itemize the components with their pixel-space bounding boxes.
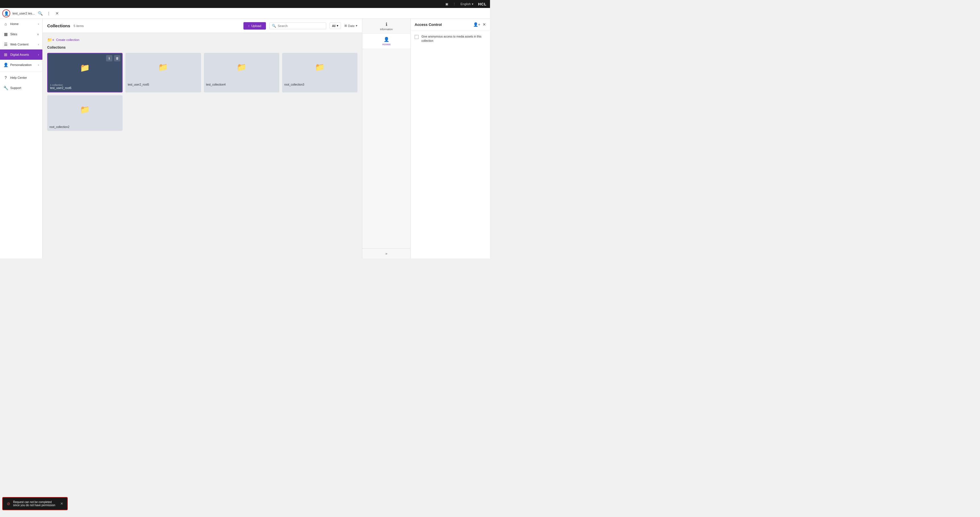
folder-icon: 📁: [80, 105, 90, 115]
items-count: 5 items: [74, 24, 84, 28]
sites-icon: ▦: [3, 32, 8, 37]
right-panel-tabs: ℹ Information 👤 Access »: [362, 19, 410, 259]
web-content-chevron: ›: [38, 43, 39, 46]
create-collection-label: Create collection: [56, 38, 80, 41]
close-panel-icon[interactable]: ✕: [483, 22, 486, 27]
main-layout: ⌂ Home › ▦ Sites ∨ ☰ Web Content › ⊞ Dig…: [0, 19, 490, 259]
access-control-panel: Access Control 👤+ ✕ Give anonymous acces…: [410, 19, 490, 259]
content-area: Collections 5 items ↑ Upload 🔍 All ▾ ⊞ D…: [43, 19, 362, 259]
card-subcollection: 1 collection: [50, 84, 120, 86]
card-info: test_user2_root5: [126, 81, 201, 88]
topbar-brand: HCL: [478, 2, 487, 6]
card-name: root_collection2: [49, 126, 120, 129]
card-name: test_user2_root6: [50, 86, 120, 89]
card-info: root_collection3: [282, 81, 358, 88]
more-icon[interactable]: ⋮: [46, 10, 52, 16]
card-actions: ℹ 🗑: [106, 55, 120, 61]
card-info: test_collection4: [204, 81, 279, 88]
grid-icon: ⊞: [344, 24, 347, 28]
access-panel-body: Give anonymous access to media assets in…: [410, 30, 490, 47]
digital-assets-chevron: ›: [38, 53, 39, 56]
search-box: 🔍: [269, 22, 326, 29]
information-icon: ℹ: [386, 22, 387, 27]
home-icon: ⌂: [3, 22, 8, 26]
folder-icon: 📁: [315, 62, 325, 72]
sites-chevron: ∨: [37, 33, 39, 36]
access-icon: 👤: [383, 37, 389, 42]
card-name: root_collection3: [285, 83, 355, 86]
access-panel-header: Access Control 👤+ ✕: [410, 19, 490, 30]
sidebar-item-help-center[interactable]: ? Help Center: [0, 73, 42, 83]
personalization-chevron: ›: [38, 64, 39, 67]
topbar-more-icon[interactable]: ⋮: [453, 2, 456, 6]
anonymous-access-label: Give anonymous access to media assets in…: [422, 34, 486, 43]
content-header: Collections 5 items ↑ Upload 🔍 All ▾ ⊞ D…: [43, 19, 362, 33]
digital-assets-icon: ⊞: [3, 52, 8, 57]
collection-card-test-user2-root5[interactable]: 📁 test_user2_root5: [126, 53, 201, 92]
create-collection-icon: 📁+: [47, 38, 54, 42]
filter-chevron-icon: ▾: [337, 24, 339, 28]
web-content-icon: ☰: [3, 42, 8, 47]
view-options[interactable]: ⊞ Date ▾: [344, 24, 358, 28]
create-collection-bar[interactable]: 📁+ Create collection: [47, 38, 358, 42]
home-chevron: ›: [38, 22, 39, 25]
add-user-icon[interactable]: 👤+: [473, 22, 480, 27]
sidebar-item-personalization[interactable]: 👤 Personalization ›: [0, 60, 42, 70]
folder-icon: 📁: [80, 63, 90, 73]
collections-section-label: Collections: [47, 46, 358, 49]
sidebar-item-sites[interactable]: ▦ Sites ∨: [0, 29, 42, 39]
search-icon: 🔍: [272, 24, 276, 28]
collection-card-root-collection2[interactable]: 📁 root_collection2: [47, 95, 123, 131]
folder-icon: 📁: [237, 62, 247, 72]
page-title: Collections: [47, 23, 70, 28]
card-name: test_user2_root5: [128, 83, 199, 86]
avatar[interactable]: 👤: [2, 10, 10, 17]
username-label: test_user2 tes...: [13, 12, 35, 15]
folder-icon: 📁: [158, 62, 168, 72]
access-control-title: Access Control: [415, 22, 471, 27]
tab-access[interactable]: 👤 Access: [362, 34, 410, 49]
search-icon[interactable]: 🔍: [37, 10, 43, 16]
upload-icon: ↑: [248, 24, 250, 28]
sidebar-item-digital-assets[interactable]: ⊞ Digital Assets ›: [0, 49, 42, 60]
sidebar: ⌂ Home › ▦ Sites ∨ ☰ Web Content › ⊞ Dig…: [0, 19, 43, 259]
collapse-icon: »: [385, 251, 387, 256]
sidebar-item-home[interactable]: ⌂ Home ›: [0, 19, 42, 29]
close-icon[interactable]: ✕: [54, 10, 60, 16]
collections-grid: ℹ 🗑 📁 1 collection test_user2_root6 📁: [47, 53, 358, 131]
help-center-icon: ?: [3, 75, 8, 80]
topbar-language[interactable]: English ▾: [460, 2, 474, 6]
topbar: ▣ ⋮ English ▾ HCL: [0, 0, 490, 8]
upload-button[interactable]: ↑ Upload: [243, 22, 266, 30]
tab-information[interactable]: ℹ Information: [362, 19, 410, 34]
anonymous-access-checkbox[interactable]: [415, 35, 418, 39]
info-button[interactable]: ℹ: [106, 55, 112, 61]
sidebar-item-support[interactable]: 🔧 Support: [0, 83, 42, 93]
collection-card-test-user2-root6[interactable]: ℹ 🗑 📁 1 collection test_user2_root6: [47, 53, 123, 92]
personalization-icon: 👤: [3, 62, 8, 67]
card-name: test_collection4: [206, 83, 277, 86]
search-input[interactable]: [278, 24, 320, 28]
card-icon-area: 📁: [126, 53, 201, 81]
right-panels: ℹ Information 👤 Access » Access Control …: [362, 19, 490, 259]
sidebar-item-web-content[interactable]: ☰ Web Content ›: [0, 39, 42, 49]
userbar: 👤 test_user2 tes... 🔍 ⋮ ✕: [0, 8, 490, 19]
date-chevron-icon: ▾: [356, 24, 358, 28]
collections-body: 📁+ Create collection Collections ℹ 🗑 📁 1…: [43, 33, 362, 259]
sidebar-divider: [0, 71, 42, 72]
topbar-layout-icon[interactable]: ▣: [445, 2, 448, 6]
collection-card-root-collection3[interactable]: 📁 root_collection3: [282, 53, 358, 92]
card-icon-area: 📁: [47, 95, 123, 124]
card-info: root_collection2: [47, 124, 123, 131]
anonymous-access-row: Give anonymous access to media assets in…: [415, 34, 486, 43]
filter-dropdown[interactable]: All ▾: [329, 22, 341, 29]
delete-button[interactable]: 🗑: [114, 55, 120, 61]
card-icon-area: 📁: [204, 53, 279, 81]
card-icon-area: 📁: [282, 53, 358, 81]
collapse-panel-button[interactable]: »: [362, 248, 410, 259]
collection-card-test-collection4[interactable]: 📁 test_collection4: [204, 53, 279, 92]
access-panel-icons: 👤+ ✕: [473, 22, 486, 27]
card-info: 1 collection test_user2_root6: [48, 82, 122, 92]
support-icon: 🔧: [3, 86, 8, 90]
